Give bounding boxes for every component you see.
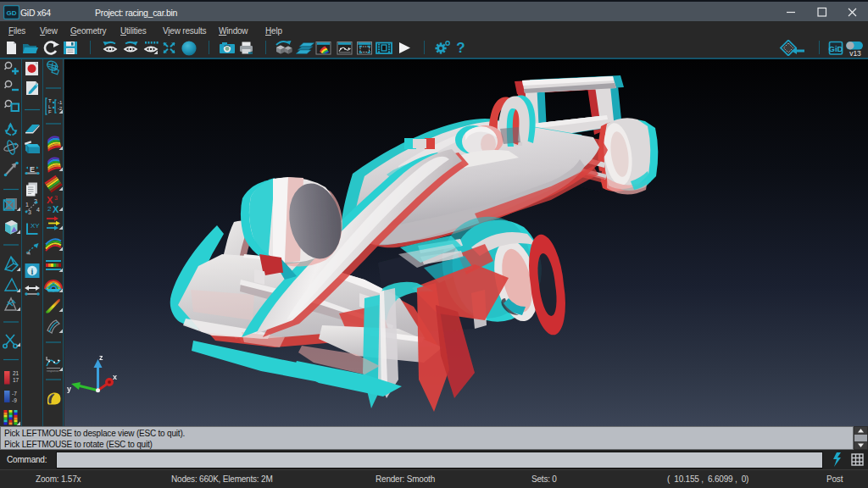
svg-text:17: 17 bbox=[13, 377, 19, 383]
svg-text:-9: -9 bbox=[12, 397, 17, 403]
svg-text:L: L bbox=[48, 104, 52, 109]
svg-text:T: T bbox=[48, 98, 52, 103]
svg-text:-1: -1 bbox=[58, 100, 63, 105]
svg-text:-2: -2 bbox=[58, 106, 63, 111]
svg-text:2: 2 bbox=[47, 205, 52, 213]
svg-text:-7: -7 bbox=[12, 391, 17, 396]
svg-text:3: 3 bbox=[28, 209, 31, 215]
svg-text:3: 3 bbox=[54, 195, 58, 201]
svg-text:4: 4 bbox=[36, 207, 40, 213]
svg-text:response: response bbox=[47, 369, 58, 373]
svg-text:GiD: GiD bbox=[829, 44, 843, 53]
svg-text:?: ? bbox=[456, 40, 465, 56]
svg-text:F: F bbox=[48, 109, 52, 114]
svg-text:1: 1 bbox=[25, 202, 29, 208]
svg-text:y: y bbox=[67, 385, 71, 393]
svg-text:XY: XY bbox=[31, 222, 40, 230]
svg-text:E: E bbox=[30, 165, 35, 174]
svg-text:z: z bbox=[99, 353, 103, 362]
svg-text:i: i bbox=[31, 267, 34, 276]
svg-text:X: X bbox=[53, 204, 59, 214]
svg-text:x: x bbox=[113, 373, 117, 381]
svg-text:21: 21 bbox=[13, 370, 19, 376]
svg-text:v13: v13 bbox=[849, 49, 861, 57]
svg-text:GD: GD bbox=[7, 9, 17, 17]
